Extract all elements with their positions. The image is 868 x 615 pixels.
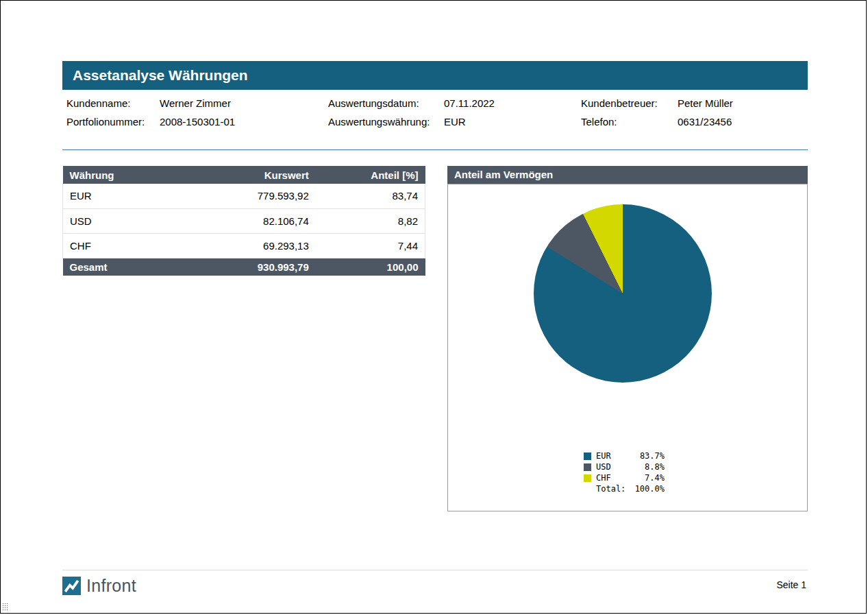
legend-total-value: 100.0% (629, 483, 665, 494)
page-title: Assetanalyse Währungen (73, 67, 248, 84)
page-number: Seite 1 (776, 579, 806, 590)
infront-logo: Infront (62, 576, 136, 596)
info-label-portfolionummer: Portfolionummer: (66, 116, 145, 128)
column-header-kurswert: Kurswert (193, 166, 316, 184)
infront-logo-icon (62, 577, 81, 595)
info-label-kundenname: Kundenname: (66, 97, 130, 109)
info-value-auswertungswaehrung: EUR (444, 116, 466, 128)
cell-anteil: 7,44 (316, 233, 425, 258)
footer-divider (62, 570, 808, 570)
legend-item: EUR 83.7% (584, 450, 665, 461)
info-label-telefon: Telefon: (581, 116, 617, 128)
page-corner-marker (2, 603, 8, 612)
legend-swatch (584, 453, 591, 460)
infront-logo-text: Infront (86, 576, 136, 596)
info-label-auswertungsdatum: Auswertungsdatum: (328, 97, 419, 109)
report-title-bar: Assetanalyse Währungen (62, 61, 808, 90)
info-value-portfolionummer: 2008-150301-01 (160, 116, 235, 128)
header-divider (62, 149, 808, 150)
legend-item: USD 8.8% (584, 461, 665, 472)
pie-chart (534, 204, 712, 383)
info-value-auswertungsdatum: 07.11.2022 (444, 97, 495, 109)
legend-label: CHF (596, 472, 629, 483)
cell-total-label: Gesamt (63, 258, 193, 276)
legend-swatch (584, 463, 591, 471)
chart-panel: EUR 83.7% USD 8.8% CHF 7.4% Total: 100.0… (447, 184, 808, 511)
cell-currency: CHF (63, 233, 193, 258)
cell-total-anteil: 100,00 (316, 258, 425, 276)
info-value-kundenbetreuer: Peter Müller (678, 97, 733, 109)
table-total-row: Gesamt 930.993,79 100,00 (63, 258, 425, 276)
report-page: Assetanalyse Währungen Kundenname: Werne… (0, 0, 867, 614)
legend-value: 8.8% (629, 461, 665, 472)
legend-item: CHF 7.4% (584, 472, 665, 483)
chart-title: Anteil am Vermögen (454, 169, 553, 180)
table-row: USD 82.106,74 8,82 (63, 208, 425, 233)
table-header-row: Währung Kurswert Anteil [%] (63, 166, 425, 184)
legend-swatch (584, 474, 591, 482)
info-value-telefon: 0631/23456 (678, 116, 732, 128)
legend-label: EUR (596, 450, 629, 461)
legend-value: 83.7% (629, 450, 665, 461)
legend-label: USD (596, 461, 629, 472)
table-row: CHF 69.293,13 7,44 (63, 233, 425, 258)
legend-swatch-spacer (584, 485, 591, 493)
cell-anteil: 83,74 (316, 184, 425, 208)
legend-total-row: Total: 100.0% (584, 483, 665, 494)
cell-anteil: 8,82 (316, 208, 425, 233)
info-label-kundenbetreuer: Kundenbetreuer: (581, 97, 658, 109)
cell-kurswert: 82.106,74 (193, 208, 316, 233)
legend-value: 7.4% (629, 472, 665, 483)
info-label-auswertungswaehrung: Auswertungswährung: (328, 116, 430, 128)
cell-kurswert: 69.293,13 (193, 233, 316, 258)
cell-total-kurswert: 930.993,79 (193, 258, 316, 276)
cell-kurswert: 779.593,92 (193, 184, 316, 208)
column-header-anteil: Anteil [%] (316, 166, 425, 184)
column-header-waehrung: Währung (63, 166, 193, 184)
cell-currency: USD (63, 208, 193, 233)
legend-total-label: Total: (596, 483, 629, 494)
chart-legend: EUR 83.7% USD 8.8% CHF 7.4% Total: 100.0… (584, 450, 665, 494)
table-row: EUR 779.593,92 83,74 (63, 184, 425, 208)
currency-table: Währung Kurswert Anteil [%] EUR 779.593,… (62, 166, 425, 276)
cell-currency: EUR (63, 184, 193, 208)
chart-panel-header: Anteil am Vermögen (447, 166, 808, 184)
info-value-kundenname: Werner Zimmer (160, 97, 231, 109)
